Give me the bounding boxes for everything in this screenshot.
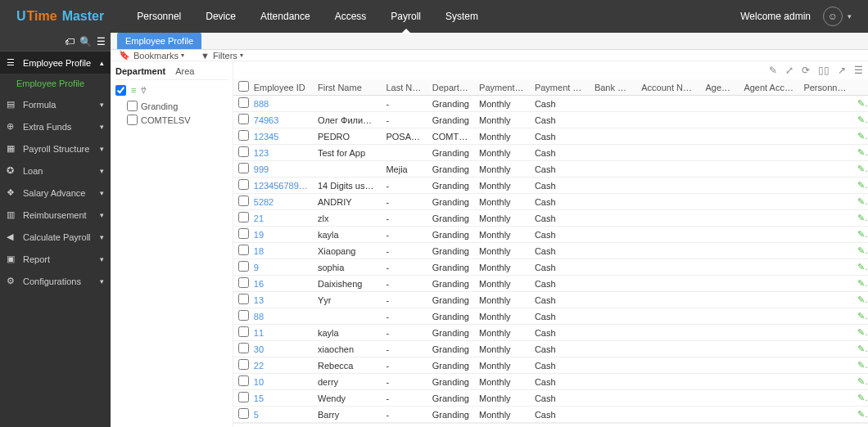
col-agent-account[interactable]: Agent Account <box>739 79 798 96</box>
cell-employee-id[interactable]: 11 <box>249 325 313 341</box>
col-personnel-id[interactable]: Personnel ID <box>798 79 852 96</box>
sidebar-item-payroll-structure[interactable]: ▦Payroll Structure▾ <box>0 137 111 160</box>
cell-employee-id[interactable]: 123 <box>249 145 313 161</box>
table-row[interactable]: 9sophia-GrandingMonthlyCash✎ <box>233 259 868 276</box>
row-checkbox[interactable] <box>238 228 249 239</box>
sidebar-item-report[interactable]: ▣Report▾ <box>0 248 111 270</box>
row-edit-icon[interactable]: ✎ <box>852 112 868 128</box>
dept-node-comtelsv[interactable]: COMTELSV <box>115 113 228 127</box>
row-edit-icon[interactable]: ✎ <box>852 145 868 161</box>
nav-attendance[interactable]: Attendance <box>248 0 323 33</box>
table-row[interactable]: 999MejiaGrandingMonthlyCash✎ <box>233 161 868 178</box>
col-payment-mode[interactable]: Payment Mode <box>530 79 590 96</box>
table-row[interactable]: 74963Олег Филимонов-GrandingMonthlyCash✎ <box>233 112 868 128</box>
sidebar-sub-employee-profile[interactable]: Employee Profile <box>0 74 111 93</box>
row-checkbox[interactable] <box>238 163 249 173</box>
cell-employee-id[interactable]: 21 <box>249 210 313 227</box>
cell-employee-id[interactable]: 9 <box>249 259 313 276</box>
col-employee-id[interactable]: Employee ID <box>249 79 313 96</box>
table-row[interactable]: 19kayla-GrandingMonthlyCash✎ <box>233 227 868 243</box>
row-edit-icon[interactable]: ✎ <box>852 308 868 325</box>
dept-root-checkbox[interactable] <box>115 85 126 96</box>
cell-employee-id[interactable]: 888 <box>249 96 313 112</box>
sidebar-item-employee-profile[interactable]: ☰Employee Profile▴ <box>0 52 111 74</box>
cell-employee-id[interactable]: 18 <box>249 243 313 259</box>
edit-icon[interactable]: ✎ <box>769 65 777 76</box>
sidebar-item-reimbursement[interactable]: ▥Reimbursement▾ <box>0 204 111 226</box>
cell-employee-id[interactable]: 74963 <box>249 112 313 128</box>
cell-employee-id[interactable]: 10 <box>249 374 313 390</box>
cell-employee-id[interactable]: 13 <box>249 292 313 308</box>
row-edit-icon[interactable]: ✎ <box>852 128 868 145</box>
row-edit-icon[interactable]: ✎ <box>852 276 868 292</box>
cell-employee-id[interactable]: 5282 <box>249 194 313 210</box>
col-agent-id[interactable]: Agent ID <box>700 79 739 96</box>
cell-employee-id[interactable]: 12345 <box>249 128 313 145</box>
table-row[interactable]: 15Wendy-GrandingMonthlyCash✎ <box>233 390 868 407</box>
table-row[interactable]: 1234567890123414 Digits user ID-Granding… <box>233 178 868 194</box>
nav-payroll[interactable]: Payroll <box>378 0 433 33</box>
row-edit-icon[interactable]: ✎ <box>852 374 868 390</box>
row-edit-icon[interactable]: ✎ <box>852 178 868 194</box>
sidebar-item-salary-advance[interactable]: ❖Salary Advance▾ <box>0 182 111 204</box>
row-edit-icon[interactable]: ✎ <box>852 325 868 341</box>
bookmarks-button[interactable]: 🔖 Bookmarks ▾ <box>119 50 184 61</box>
settings-icon[interactable]: ☰ <box>854 65 863 76</box>
row-checkbox[interactable] <box>238 146 249 157</box>
select-all-checkbox[interactable] <box>238 81 249 92</box>
nav-device[interactable]: Device <box>193 0 248 33</box>
table-row[interactable]: 22Rebecca-GrandingMonthlyCash✎ <box>233 357 868 374</box>
sidebar-item-extra-funds[interactable]: ⊕Extra Funds▾ <box>0 115 111 137</box>
row-edit-icon[interactable]: ✎ <box>852 210 868 227</box>
dept-checkbox[interactable] <box>127 101 138 111</box>
row-checkbox[interactable] <box>238 179 249 190</box>
nav-access[interactable]: Access <box>323 0 379 33</box>
row-edit-icon[interactable]: ✎ <box>852 357 868 374</box>
user-menu-caret-icon[interactable]: ▾ <box>848 12 852 20</box>
tree-view-icon[interactable]: ⍢ <box>141 85 147 96</box>
search-icon[interactable]: 🔍 <box>79 36 92 47</box>
table-row[interactable]: 88-GrandingMonthlyCash✎ <box>233 308 868 325</box>
col-department[interactable]: Department <box>427 79 474 96</box>
row-checkbox[interactable] <box>238 277 249 288</box>
row-edit-icon[interactable]: ✎ <box>852 341 868 357</box>
cell-employee-id[interactable]: 15 <box>249 390 313 407</box>
tab-employee-profile[interactable]: Employee Profile <box>117 33 201 49</box>
row-checkbox[interactable] <box>238 245 249 255</box>
row-checkbox[interactable] <box>238 130 249 141</box>
row-checkbox[interactable] <box>238 196 249 206</box>
table-row[interactable]: 10derry-GrandingMonthlyCash✎ <box>233 374 868 390</box>
table-row[interactable]: 30xiaochen-GrandingMonthlyCash✎ <box>233 341 868 357</box>
row-edit-icon[interactable]: ✎ <box>852 292 868 308</box>
expand-icon[interactable]: ⤢ <box>785 65 793 76</box>
row-edit-icon[interactable]: ✎ <box>852 96 868 112</box>
table-row[interactable]: 5282ANDRIY-GrandingMonthlyCash✎ <box>233 194 868 210</box>
row-checkbox[interactable] <box>238 408 249 419</box>
table-row[interactable]: 12345PEDROPOSADACOMTELSVMonthlyCash✎ <box>233 128 868 145</box>
nav-system[interactable]: System <box>433 0 491 33</box>
columns-icon[interactable]: ▯▯ <box>818 65 830 76</box>
row-edit-icon[interactable]: ✎ <box>852 227 868 243</box>
filters-button[interactable]: ▼ Filters ▾ <box>201 51 243 61</box>
cell-employee-id[interactable]: 999 <box>249 161 313 178</box>
row-checkbox[interactable] <box>238 310 249 321</box>
row-edit-icon[interactable]: ✎ <box>852 194 868 210</box>
row-checkbox[interactable] <box>238 294 249 304</box>
list-view-icon[interactable]: ≡ <box>131 85 136 96</box>
tag-icon[interactable]: 🏷 <box>65 36 75 47</box>
col-last-name[interactable]: Last Name <box>381 79 427 96</box>
cell-employee-id[interactable]: 16 <box>249 276 313 292</box>
row-edit-icon[interactable]: ✎ <box>852 161 868 178</box>
row-edit-icon[interactable]: ✎ <box>852 243 868 259</box>
cell-employee-id[interactable]: 30 <box>249 341 313 357</box>
sidebar-item-configurations[interactable]: ⚙Configurations▾ <box>0 270 111 292</box>
table-row[interactable]: 11kayla-GrandingMonthlyCash✎ <box>233 325 868 341</box>
row-checkbox[interactable] <box>238 375 249 386</box>
sidebar-item-loan[interactable]: ✪Loan▾ <box>0 160 111 182</box>
col-bank-name[interactable]: Bank Name <box>590 79 636 96</box>
cell-employee-id[interactable]: 5 <box>249 407 313 423</box>
cell-employee-id[interactable]: 12345678901234 <box>249 178 313 194</box>
table-row[interactable]: 123Test for AppGrandingMonthlyCash✎ <box>233 145 868 161</box>
dept-checkbox[interactable] <box>127 115 138 125</box>
row-checkbox[interactable] <box>238 261 249 272</box>
